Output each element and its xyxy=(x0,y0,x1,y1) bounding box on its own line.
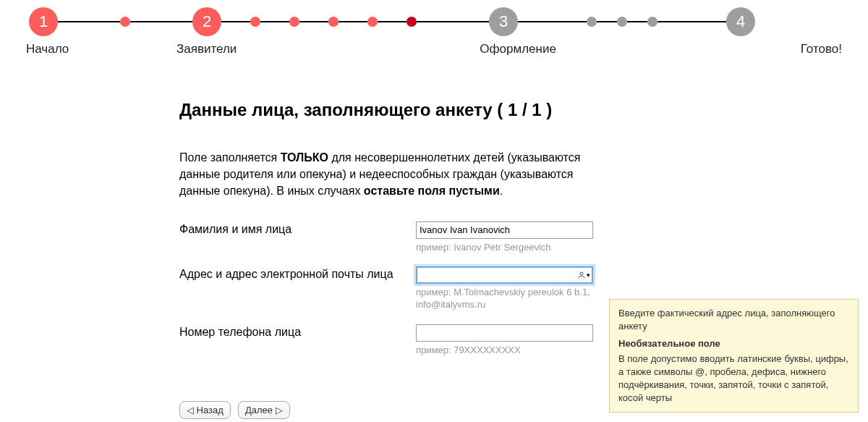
stepper-dot[interactable] xyxy=(617,17,627,27)
stepper: 1 2 3 4 xyxy=(0,0,868,36)
page-title: Данные лица, заполняющего анкету ( 1 / 1… xyxy=(179,100,593,120)
step-1-circle[interactable]: 1 xyxy=(29,7,58,36)
step-4-label: Готово! xyxy=(801,42,842,56)
field-tooltip: Введите фактический адрес лица, заполняю… xyxy=(609,299,859,413)
next-button[interactable]: Далее ▷ xyxy=(238,401,290,419)
autofill-icon[interactable]: ▾ xyxy=(577,271,590,279)
stepper-dot[interactable] xyxy=(289,17,299,27)
name-input[interactable] xyxy=(416,221,593,239)
step-2-num: 2 xyxy=(203,12,211,31)
tooltip-line1: Введите фактический адрес лица, заполняю… xyxy=(618,307,849,333)
back-button[interactable]: ◁ Назад xyxy=(179,401,231,419)
stepper-dot-current[interactable] xyxy=(407,17,417,27)
field-phone: пример: 79XXXXXXXXX xyxy=(416,324,593,357)
stepper-connector xyxy=(597,21,617,22)
desc-leave-empty: оставьте поля пустыми xyxy=(364,185,500,197)
stepper-connector xyxy=(130,21,192,22)
stepper-connector xyxy=(518,21,587,22)
label-address: Адрес и адрес электронной почты лица xyxy=(179,266,416,281)
stepper-dot[interactable] xyxy=(120,17,130,27)
phone-input[interactable] xyxy=(416,324,593,342)
step-3-circle[interactable]: 3 xyxy=(489,7,518,36)
stepper-connector xyxy=(221,21,250,22)
form-row-name: Фамилия и имя лица пример: Ivanov Petr S… xyxy=(179,221,593,254)
address-input[interactable] xyxy=(416,266,593,284)
step-2-circle[interactable]: 2 xyxy=(192,7,221,36)
stepper-dot[interactable] xyxy=(328,17,339,27)
desc-only: ТОЛЬКО xyxy=(281,151,328,164)
form-row-address: Адрес и адрес электронной почты лица ▾ п… xyxy=(179,266,593,311)
desc-part: . xyxy=(500,185,503,197)
step-1-label: Начало xyxy=(26,42,91,56)
stepper-connector xyxy=(658,21,726,22)
stepper-connector xyxy=(58,21,120,22)
stepper-connector xyxy=(339,21,367,22)
step-4-num: 4 xyxy=(736,12,745,31)
stepper-connector xyxy=(417,21,489,22)
stepper-dot[interactable] xyxy=(647,17,658,27)
tooltip-title: Необязательное поле xyxy=(618,337,849,350)
svg-point-0 xyxy=(580,272,583,275)
step-2-label: Заявители xyxy=(176,42,237,56)
stepper-dot[interactable] xyxy=(587,17,597,27)
stepper-connector xyxy=(260,21,289,22)
field-address: ▾ пример: M.Tolmachevskiy pereulok 6 b.1… xyxy=(416,266,593,311)
stepper-dot[interactable] xyxy=(367,17,378,27)
stepper-connector xyxy=(378,21,407,22)
step-1-num: 1 xyxy=(39,12,48,31)
step-3-num: 3 xyxy=(499,12,508,31)
hint-name: пример: Ivanov Petr Sergeevich xyxy=(416,242,593,254)
hint-phone: пример: 79XXXXXXXXX xyxy=(416,345,593,357)
form-row-phone: Номер телефона лица пример: 79XXXXXXXXX xyxy=(179,324,593,357)
page-description: Поле заполняется ТОЛЬКО для несовершенно… xyxy=(179,149,593,200)
stepper-dot[interactable] xyxy=(250,17,260,27)
step-4-circle[interactable]: 4 xyxy=(726,7,755,36)
label-name: Фамилия и имя лица xyxy=(179,221,416,236)
nav-buttons: ◁ Назад Далее ▷ xyxy=(179,401,290,419)
field-name: пример: Ivanov Petr Sergeevich xyxy=(416,221,593,254)
desc-part: Поле заполняется xyxy=(179,151,281,164)
step-3-label: Оформление xyxy=(480,42,556,56)
stepper-connector xyxy=(299,21,328,22)
main-content: Данные лица, заполняющего анкету ( 1 / 1… xyxy=(0,71,593,357)
tooltip-body: В поле допустимо вводить латинские буквы… xyxy=(618,353,849,405)
stepper-connector xyxy=(627,21,647,22)
step-labels: Начало Заявители Оформление Готово! xyxy=(0,36,868,71)
label-phone: Номер телефона лица xyxy=(179,324,416,339)
hint-address: пример: M.Tolmachevskiy pereulok 6 b.1, … xyxy=(416,287,593,311)
